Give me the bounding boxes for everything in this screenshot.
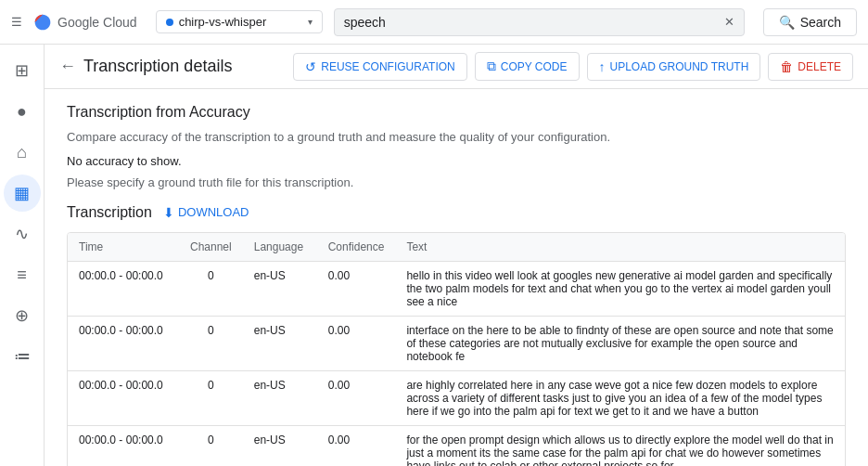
- col-header-channel: Channel: [179, 233, 243, 262]
- cell-time: 00:00.0 - 00:00.0: [68, 370, 179, 425]
- sidebar-item-add[interactable]: ⊕: [4, 297, 41, 334]
- cell-text: for the open prompt design which allows …: [395, 425, 845, 466]
- page-content: Transcription from Accuracy Compare accu…: [45, 89, 868, 466]
- cell-channel: 0: [179, 316, 243, 370]
- cell-confidence: 0.00: [317, 370, 396, 425]
- project-dot: [166, 19, 173, 26]
- col-header-confidence: Confidence: [317, 233, 396, 262]
- transcription-header: Transcription ⬇ DOWNLOAD: [67, 204, 846, 221]
- cell-language: en-US: [243, 425, 317, 466]
- cell-confidence: 0.00: [317, 316, 396, 370]
- toolbar-actions: ↺ REUSE CONFIGURATION ⧉ COPY CODE ↑ UPLO…: [293, 52, 853, 81]
- sidebar-item-menu[interactable]: ⊞: [4, 52, 41, 89]
- reuse-configuration-button[interactable]: ↺ REUSE CONFIGURATION: [293, 53, 466, 81]
- table-row: 00:00.0 - 00:00.0 0 en-US 0.00 interface…: [68, 316, 845, 370]
- accuracy-section: Transcription from Accuracy Compare accu…: [67, 104, 846, 189]
- specify-ground-truth-text: Please specify a ground truth file for t…: [67, 175, 846, 189]
- upload-ground-truth-button[interactable]: ↑ UPLOAD GROUND TRUTH: [587, 53, 761, 81]
- download-icon: ⬇: [163, 205, 174, 220]
- delete-icon: 🗑: [780, 59, 793, 74]
- search-clear-icon[interactable]: ✕: [724, 15, 734, 29]
- back-button[interactable]: ←: [59, 57, 76, 76]
- cell-channel: 0: [179, 425, 243, 466]
- sidebar-item-analytics[interactable]: ∿: [4, 215, 41, 252]
- table-body: 00:00.0 - 00:00.0 0 en-US 0.00 hello in …: [68, 261, 845, 466]
- copy-code-button[interactable]: ⧉ COPY CODE: [475, 52, 580, 81]
- cell-confidence: 0.00: [317, 261, 396, 316]
- transcription-table: Time Channel Language Confidence Text 00…: [68, 233, 845, 467]
- no-accuracy-text: No accuracy to show.: [67, 154, 846, 168]
- sidebar-item-settings[interactable]: ≔: [4, 338, 41, 375]
- search-button[interactable]: 🔍 Search: [763, 8, 857, 36]
- cell-language: en-US: [243, 261, 317, 316]
- cell-time: 00:00.0 - 00:00.0: [68, 261, 179, 316]
- cell-time: 00:00.0 - 00:00.0: [68, 316, 179, 370]
- main-content: ← Transcription details ↺ REUSE CONFIGUR…: [45, 45, 868, 466]
- google-cloud-logo: Google Cloud: [33, 13, 137, 32]
- cell-text: interface on the here to be able to find…: [395, 316, 845, 370]
- transcription-title: Transcription: [67, 204, 152, 221]
- transcription-table-wrapper: Time Channel Language Confidence Text 00…: [67, 232, 846, 467]
- table-row: 00:00.0 - 00:00.0 0 en-US 0.00 for the o…: [68, 425, 845, 466]
- page-title: Transcription details: [83, 57, 293, 76]
- transcription-section: Transcription ⬇ DOWNLOAD Time Channel La…: [67, 204, 846, 467]
- sidebar-item-grid[interactable]: ▦: [4, 175, 41, 212]
- google-cloud-text: Google Cloud: [57, 15, 137, 30]
- cell-text: hello in this video well look at googles…: [395, 261, 845, 316]
- search-icon: 🔍: [779, 15, 795, 30]
- cell-language: en-US: [243, 370, 317, 425]
- reuse-icon: ↺: [305, 59, 316, 74]
- menu-icon[interactable]: ☰: [11, 15, 22, 29]
- accuracy-description: Compare accuracy of the transcription to…: [67, 128, 846, 147]
- table-row: 00:00.0 - 00:00.0 0 en-US 0.00 hello in …: [68, 261, 845, 316]
- cell-text: are highly correlated here in any case w…: [395, 370, 845, 425]
- sidebar-item-home[interactable]: ⌂: [4, 134, 41, 171]
- cell-channel: 0: [179, 370, 243, 425]
- upload-icon: ↑: [599, 59, 606, 74]
- page-toolbar: ← Transcription details ↺ REUSE CONFIGUR…: [45, 45, 868, 89]
- search-bar: ✕: [334, 8, 745, 36]
- cell-language: en-US: [243, 316, 317, 370]
- sidebar-item-list[interactable]: ≡: [4, 256, 41, 293]
- sidebar: ⊞ ● ⌂ ▦ ∿ ≡ ⊕ ≔: [0, 45, 45, 466]
- accuracy-title: Transcription from Accuracy: [67, 104, 846, 121]
- top-navigation: ☰ Google Cloud chirp-vs-whisper ▾ ✕ 🔍 Se…: [0, 0, 868, 45]
- table-header: Time Channel Language Confidence Text: [68, 233, 845, 262]
- search-input[interactable]: [344, 15, 721, 30]
- cloud-logo-icon: [33, 13, 52, 32]
- delete-button[interactable]: 🗑 DELETE: [768, 53, 853, 81]
- chevron-down-icon: ▾: [308, 17, 313, 27]
- cell-time: 00:00.0 - 00:00.0: [68, 425, 179, 466]
- download-button[interactable]: ⬇ DOWNLOAD: [163, 205, 249, 220]
- cell-channel: 0: [179, 261, 243, 316]
- sidebar-item-dot[interactable]: ●: [4, 93, 41, 130]
- col-header-time: Time: [68, 233, 179, 262]
- project-name: chirp-vs-whisper: [179, 15, 267, 29]
- copy-icon: ⧉: [487, 58, 496, 74]
- cell-confidence: 0.00: [317, 425, 396, 466]
- col-header-language: Language: [243, 233, 317, 262]
- col-header-text: Text: [395, 233, 845, 262]
- table-row: 00:00.0 - 00:00.0 0 en-US 0.00 are highl…: [68, 370, 845, 425]
- project-selector[interactable]: chirp-vs-whisper ▾: [156, 10, 323, 33]
